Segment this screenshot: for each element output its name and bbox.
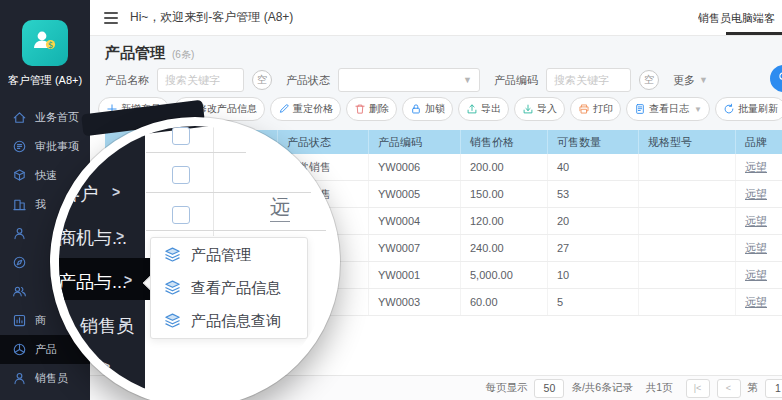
per-page-label: 每页显示 — [485, 381, 527, 395]
brand-cell: 远望 — [735, 154, 782, 180]
qty-cell: 53 — [547, 181, 638, 207]
tab-salesperson-pc[interactable]: 销售员电脑端客 — [698, 0, 782, 36]
welcome-text: Hi~，欢迎来到-客户管理 (A8+) — [130, 9, 293, 26]
brand-link[interactable]: 远望 — [745, 214, 767, 229]
more-filters-button[interactable]: 更多▼ — [673, 73, 708, 88]
code-cell: YW0004 — [368, 208, 460, 234]
chevron-right-icon: > — [124, 272, 132, 288]
print-icon — [578, 103, 590, 115]
product-code-input[interactable] — [546, 68, 631, 92]
per-page-input[interactable] — [534, 379, 564, 398]
column-header: 规格型号 — [638, 130, 735, 154]
filter-bar: 产品名称 空 产品状态 ▼ 产品编码 空 更多▼ — [105, 68, 708, 92]
product-code-label: 产品编码 — [494, 73, 538, 88]
menu-item-2[interactable]: 产品信息查询 — [151, 305, 307, 338]
topbar: Hi~，欢迎来到-客户管理 (A8+) 销售员电脑端客 — [90, 0, 782, 36]
toolbar-button-label: 导出 — [481, 102, 501, 116]
product-name-label: 产品名称 — [105, 73, 149, 88]
sidebar-item-label: 我 — [35, 197, 46, 212]
page-header: 产品管理 (6条) — [105, 44, 194, 63]
search-button[interactable] — [770, 65, 782, 92]
magnified-sidebar-item-4[interactable]: 销售员> — [80, 314, 134, 338]
chevron-down-icon: ▼ — [694, 105, 702, 114]
sidebar-item-label: 产品 — [35, 342, 57, 357]
brand-cell: 远望 — [735, 235, 782, 261]
export-icon — [466, 103, 478, 115]
menu-item-1[interactable]: 查看产品信息 — [151, 272, 307, 305]
first-page-button[interactable]: |< — [686, 379, 710, 398]
edit-icon — [278, 103, 290, 115]
chart-icon — [12, 313, 27, 328]
toolbar-button-label: 导入 — [537, 102, 557, 116]
brand-cell: 远望 — [735, 181, 782, 207]
clear-name-button[interactable]: 空 — [252, 70, 272, 90]
app-name: 客户管理 (A8+) — [0, 73, 90, 88]
hamburger-menu-icon[interactable] — [104, 12, 118, 24]
chevron-right-icon: > — [102, 358, 110, 374]
brand-link[interactable]: 远望 — [745, 160, 767, 175]
chevron-right-icon: > — [112, 184, 120, 200]
price-cell: 120.00 — [460, 208, 547, 234]
spec-cell — [638, 235, 735, 261]
record-count-badge: (6条) — [172, 48, 194, 62]
menu-item-label: 查看产品信息 — [191, 279, 281, 298]
toolbar-button-label: 加锁 — [425, 102, 445, 116]
toolbar-button-批量刷新[interactable]: 批量刷新 — [715, 97, 782, 121]
spec-cell — [638, 262, 735, 288]
chevron-down-icon: ▼ — [463, 75, 472, 85]
spec-cell — [638, 289, 735, 315]
price-cell: 200.00 — [460, 154, 547, 180]
toolbar-button-label: 重定价格 — [293, 102, 333, 116]
sidebar-item-0[interactable]: 业务首页 — [0, 103, 90, 132]
toolbar-button-label: 删除 — [369, 102, 389, 116]
layers-icon — [164, 246, 181, 266]
qty-cell: 5 — [547, 289, 638, 315]
toolbar-button-加锁[interactable]: 加锁 — [402, 97, 453, 121]
code-cell: YW0007 — [368, 235, 460, 261]
qty-cell: 27 — [547, 235, 638, 261]
layers-icon — [164, 279, 181, 299]
customer-management-icon: $ — [30, 26, 60, 60]
quick-icon — [12, 168, 27, 183]
compass-icon — [12, 255, 27, 270]
sidebar-item-9[interactable]: 销售员 — [0, 364, 90, 393]
toolbar-button-导出[interactable]: 导出 — [458, 97, 509, 121]
toolbar-button-导入[interactable]: 导入 — [514, 97, 565, 121]
brand-link[interactable]: 远望 — [745, 295, 767, 310]
app-logo: $ — [22, 20, 68, 66]
brand-link[interactable]: 远望 — [745, 268, 767, 283]
brand-cell: 远望 — [735, 208, 782, 234]
magnified-item-label: 产品与... — [58, 270, 127, 294]
magnified-sidebar-item-3[interactable]: 产品与...> — [58, 270, 127, 294]
magnified-sidebar-item-5[interactable]: > — [102, 358, 110, 374]
qty-cell: 10 — [547, 262, 638, 288]
magnified-sidebar-item-2[interactable]: 商机与...> — [58, 226, 127, 250]
brand-link[interactable]: 远望 — [745, 187, 767, 202]
product-status-label: 产品状态 — [286, 73, 330, 88]
code-cell: YW0001 — [368, 262, 460, 288]
prev-page-button[interactable]: < — [717, 379, 741, 398]
clear-code-button[interactable]: 空 — [639, 70, 659, 90]
current-page-input[interactable] — [765, 379, 782, 398]
toolbar-button-打印[interactable]: 打印 — [570, 97, 621, 121]
magnifier-lens: 远 机客户>商机与...>产品与...>销售员>> 产品管理查看产品信息产品信息… — [50, 117, 340, 400]
spec-cell — [638, 154, 735, 180]
magnified-dropdown-menu: 产品管理查看产品信息产品信息查询 — [150, 237, 308, 339]
chevron-down-icon: ▼ — [699, 75, 708, 85]
code-cell: YW0005 — [368, 181, 460, 207]
toolbar-button-删除[interactable]: 删除 — [346, 97, 397, 121]
brand-link[interactable]: 远望 — [745, 241, 767, 256]
sidebar-item-1[interactable]: 审批事项 — [0, 132, 90, 161]
product-name-input[interactable] — [157, 68, 244, 92]
chevron-right-icon: > — [120, 316, 128, 332]
toolbar-button-重定价格[interactable]: 重定价格 — [270, 97, 341, 121]
team-icon — [12, 284, 27, 299]
price-cell: 5,000.00 — [460, 262, 547, 288]
toolbar-button-查看日志[interactable]: 查看日志▼ — [626, 97, 710, 121]
product-status-select[interactable]: ▼ — [338, 68, 480, 92]
price-cell: 60.00 — [460, 289, 547, 315]
menu-item-0[interactable]: 产品管理 — [151, 239, 307, 272]
qty-cell: 20 — [547, 208, 638, 234]
app-window: $ 客户管理 (A8+) 业务首页审批事项快速我商产品销售员 Hi~，欢迎来到-… — [0, 0, 782, 400]
menu-item-label: 产品管理 — [191, 246, 251, 265]
